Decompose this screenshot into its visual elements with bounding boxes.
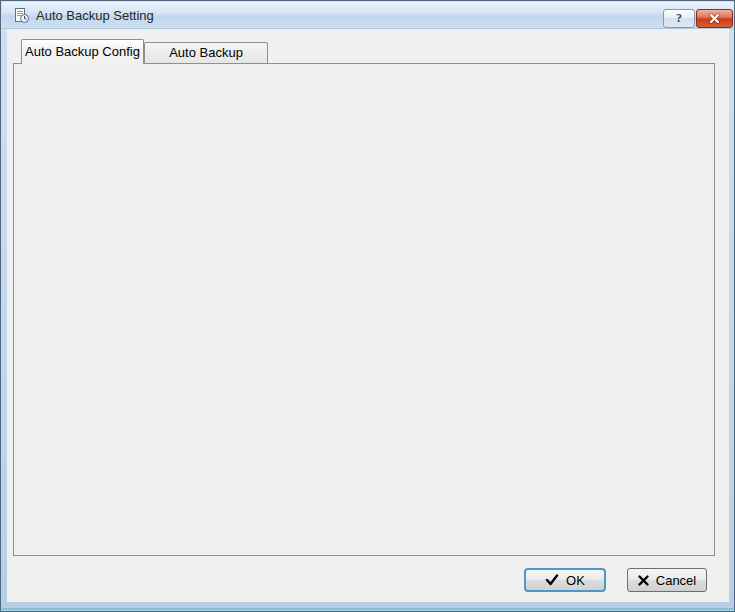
- auto-backup-setting-dialog: Auto Backup Setting ? Auto Backup Config…: [0, 0, 735, 612]
- check-icon: [545, 574, 559, 586]
- backup-schedule-icon: [13, 7, 30, 24]
- cancel-button[interactable]: Cancel: [627, 568, 707, 592]
- window-title: Auto Backup Setting: [36, 8, 154, 23]
- ok-button-label: OK: [566, 573, 585, 588]
- window-frame-bottom: [2, 608, 733, 610]
- ok-button[interactable]: OK: [524, 568, 606, 592]
- tab-auto-backup-config[interactable]: Auto Backup Config: [21, 39, 144, 64]
- close-icon: [708, 13, 721, 24]
- cancel-button-label: Cancel: [656, 573, 696, 588]
- tab-auto-backup-statistic[interactable]: Auto Backup Statistic: [144, 42, 268, 63]
- help-button[interactable]: ?: [663, 9, 695, 28]
- titlebar[interactable]: Auto Backup Setting ?: [2, 2, 735, 29]
- tab-page: [13, 63, 715, 556]
- x-icon: [638, 575, 649, 586]
- close-button[interactable]: [696, 9, 733, 28]
